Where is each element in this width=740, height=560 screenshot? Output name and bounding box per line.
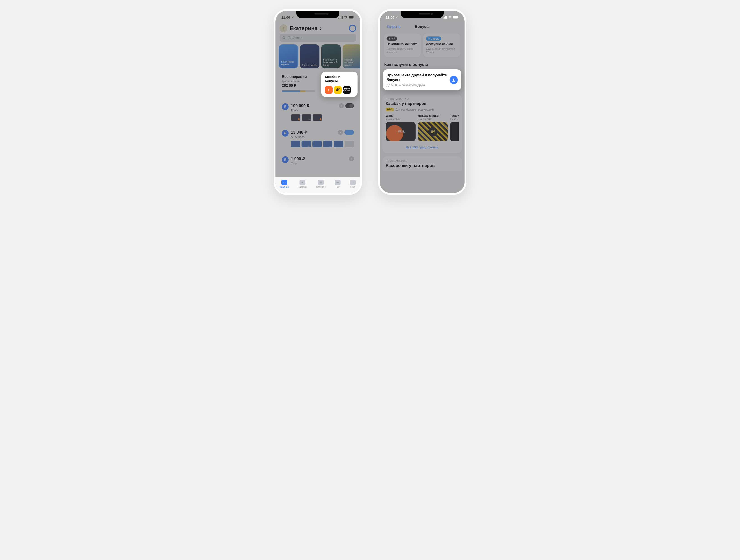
offer-card[interactable]: Tasty C Кэшбэк TASTYCOFFEE <box>450 114 459 141</box>
cashback-stat-card[interactable]: ♛ 0 ₽ Накоплено кэшбэка Начните тратить,… <box>384 33 421 57</box>
phone-main: 11:00 E Екатерина › <box>274 9 362 195</box>
shared-user-icon[interactable]: ● <box>349 156 354 161</box>
location-icon <box>291 16 294 19</box>
tab-payments[interactable]: ◉Платежи <box>298 180 307 188</box>
account-name: Счет <box>291 162 305 165</box>
ruble-icon: ₽ <box>282 156 289 163</box>
status-time: 11:00 <box>386 15 394 19</box>
payment-card-icon[interactable] <box>291 114 300 121</box>
payment-card-icon[interactable] <box>312 141 322 147</box>
yandex-market-logo-icon: M <box>334 86 342 94</box>
story-label: Всё о работе банкоматов Т-Банка <box>323 59 339 67</box>
plane-badge: ✈ 0 миль <box>426 36 441 41</box>
offer-cashback: Кэшбэк <box>450 118 459 120</box>
shared-user-icon[interactable]: ● <box>338 130 343 135</box>
battery-icon <box>349 16 354 19</box>
yandex-market-logo-icon <box>418 122 448 141</box>
payment-card-icon[interactable] <box>291 141 300 147</box>
payment-card-icon[interactable] <box>345 141 354 147</box>
partners-title: Кэшбэк у партнеров <box>386 101 459 106</box>
tab-label: Платежи <box>298 186 307 188</box>
invite-friends-card-highlight[interactable]: Приглашайте друзей и получайте бонусы До… <box>383 69 461 91</box>
tab-home[interactable]: ▭Главная <box>280 180 289 188</box>
story-card[interactable]: Развод: подмена номера <box>343 44 360 69</box>
wifi-icon <box>344 16 348 19</box>
tab-more[interactable]: ⋯Еще <box>350 180 356 188</box>
cashback-title: Кэшбэк и бонусы <box>325 75 354 83</box>
chat-icon: ▬ <box>335 180 341 185</box>
svg-point-6 <box>283 36 285 38</box>
more-icon: ⋯ <box>350 180 356 185</box>
payment-card-icon[interactable]: МИР <box>302 114 311 121</box>
notch <box>400 11 444 18</box>
account-balance: 13 348 ₽ <box>291 130 307 135</box>
status-icons <box>443 16 459 19</box>
story-card[interactable]: Ваши траты недели <box>279 44 298 69</box>
miles-stat-card[interactable]: ✈ 0 миль Доступно сейчас Еще 51 миля зач… <box>423 33 460 57</box>
ruble-icon: ₽ <box>282 103 289 110</box>
tab-label: Главная <box>280 186 289 188</box>
svg-rect-9 <box>444 17 445 19</box>
account-name: All Airlines <box>291 135 307 139</box>
tab-services[interactable]: ▦Сервисы <box>316 180 326 188</box>
hide-toggle[interactable] <box>345 103 354 108</box>
payment-card-icon[interactable]: МИР <box>301 141 311 147</box>
user-name: Екатерина <box>289 25 317 31</box>
svg-rect-12 <box>453 16 458 18</box>
offer-name: Tasty C <box>450 114 459 117</box>
offer-cashback: Кэшбэк 10% <box>418 118 448 120</box>
svg-rect-5 <box>354 16 354 18</box>
user-header[interactable]: E Екатерина › <box>280 24 322 32</box>
modal-header: Закрыть Бонусы <box>382 22 462 31</box>
payment-card-icon[interactable]: МИР <box>323 141 333 147</box>
payment-card-icon[interactable] <box>334 141 343 147</box>
screen-dimmed: E Екатерина › Платежи Ваши траты недели … <box>275 11 360 193</box>
offer-card[interactable]: Wink Кэшбэк 50% › Wink <box>386 114 415 141</box>
svg-rect-11 <box>446 16 447 19</box>
crown-badge: ♛ 0 ₽ <box>386 36 397 41</box>
stories-row: Ваши траты недели 1 час за месяц Всё о р… <box>278 44 358 69</box>
overtitle: ПО ALL AIRLINES <box>386 159 459 162</box>
operations-card[interactable]: Все операции Трат в апреле 262 00 ₽ <box>278 72 319 97</box>
search-icon <box>282 36 286 40</box>
chevron-right-icon: › <box>320 25 322 31</box>
tab-label: Сервисы <box>316 186 326 188</box>
installments-block[interactable]: ПО ALL AIRLINES Рассрочки у партнеров <box>382 156 462 171</box>
story-card[interactable]: Всё о работе банкоматов Т-Банка <box>321 44 341 69</box>
tasty-coffee-logo-icon: TASTYCOFFEE <box>450 122 459 141</box>
all-offers-link[interactable]: Все 198 предложений <box>386 144 459 151</box>
section-title: Как получить бонусы <box>382 61 462 69</box>
phone-bonuses: 11:00 Закрыть Бонусы ♛ 0 ₽ Накоплено кэш… <box>378 9 466 195</box>
account-balance: 100 000 ₽ <box>291 103 309 108</box>
badge-text: 0 ₽ <box>391 37 395 40</box>
offer-cashback: Кэшбэк 50% <box>386 118 415 120</box>
cellular-icon <box>339 16 343 19</box>
operations-amount: 262 00 ₽ <box>282 83 315 88</box>
cellular-icon <box>443 16 447 19</box>
svg-rect-1 <box>340 17 340 19</box>
badge-text: 0 миль <box>431 37 439 40</box>
battery-icon <box>453 16 459 19</box>
ruble-icon: ₽ <box>282 130 289 137</box>
tab-chat[interactable]: ▬Чат <box>335 180 341 188</box>
account-card[interactable]: ₽ 1 000 ₽ Счет ● <box>278 153 358 168</box>
status-icons <box>339 16 354 19</box>
tab-label: Еще <box>351 186 355 188</box>
account-balance: 1 000 ₽ <box>291 156 305 161</box>
pro-badge: PRO <box>386 108 394 111</box>
home-icon: ▭ <box>281 180 287 185</box>
cashback-card-highlight[interactable]: Кэшбэк и бонусы › M TASTYCOFFEE <box>321 72 358 97</box>
story-label: Развод: подмена номера <box>344 59 360 67</box>
offer-card[interactable]: Яндекс Маркет Кэшбэк 10% <box>418 114 448 141</box>
close-button[interactable]: Закрыть <box>386 25 400 29</box>
account-card[interactable]: ₽ 13 348 ₽ All Airlines ● <box>278 127 358 150</box>
shared-user-icon[interactable]: ● <box>339 103 344 108</box>
story-card[interactable]: 1 час за месяц <box>300 44 319 69</box>
payment-card-icon[interactable] <box>313 114 322 121</box>
spend-bar <box>282 90 315 92</box>
search-input[interactable]: Платежи <box>280 34 356 42</box>
tab-bar: ▭Главная ◉Платежи ▦Сервисы ▬Чат ⋯Еще <box>275 177 360 193</box>
profile-ring-icon[interactable] <box>349 25 356 32</box>
account-card[interactable]: ₽ 100 000 ₽ Black ● МИР <box>278 100 358 124</box>
person-icon <box>450 76 458 84</box>
